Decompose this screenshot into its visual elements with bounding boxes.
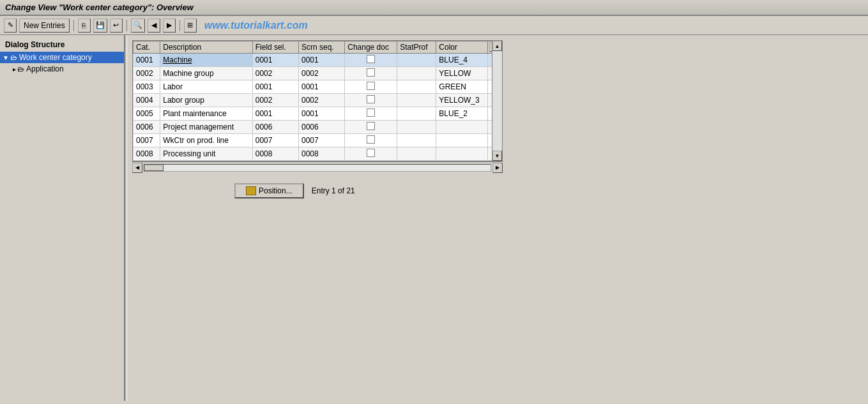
scroll-down-button[interactable]: ▼	[492, 151, 502, 161]
grid-button[interactable]: ⊞	[184, 19, 197, 33]
cell-field-sel: 0007	[252, 134, 298, 147]
save-icon: 💾	[96, 21, 105, 29]
position-button-label: Position...	[259, 186, 293, 195]
main-content: Dialog Structure ▼ 🗁 Work center categor…	[0, 35, 868, 401]
change-doc-checkbox[interactable]	[367, 108, 375, 117]
cell-statprof	[397, 67, 436, 80]
table-row[interactable]: 0008Processing unit00080008	[133, 147, 502, 161]
sidebar-label-wcc: Work center category	[19, 53, 92, 62]
cell-description: Plant maintenance	[160, 107, 253, 121]
cell-color	[436, 147, 487, 161]
cell-change-doc	[345, 94, 397, 107]
cell-change-doc	[345, 67, 397, 80]
cell-cat: 0007	[133, 134, 160, 147]
cell-cat: 0003	[133, 80, 160, 94]
table-row[interactable]: 0004Labor group00020002YELLOW_3	[133, 94, 502, 107]
find-icon: 🔍	[133, 21, 142, 29]
scroll-up-button[interactable]: ▲	[492, 41, 502, 51]
cell-field-sel: 0008	[252, 147, 298, 161]
change-doc-checkbox[interactable]	[367, 82, 375, 90]
change-doc-checkbox[interactable]	[367, 149, 375, 157]
change-doc-checkbox[interactable]	[367, 135, 375, 144]
pencil-icon: ✎	[8, 21, 13, 29]
cell-statprof	[397, 121, 436, 134]
arrow-right-icon: ▸	[13, 66, 16, 73]
undo-button[interactable]: ↩	[110, 19, 123, 33]
cell-field-sel: 0001	[252, 107, 298, 121]
undo-icon: ↩	[113, 21, 119, 29]
table-row[interactable]: 0002Machine group00020002YELLOW	[133, 67, 502, 80]
cell-change-doc	[345, 80, 397, 94]
cell-change-doc	[345, 147, 397, 161]
cell-statprof	[397, 134, 436, 147]
cell-scrn-seq: 0001	[298, 54, 344, 67]
sidebar-item-application[interactable]: ▸ 🗁 Application	[0, 63, 124, 75]
cell-color: GREEN	[436, 80, 487, 94]
folder-icon-1: 🗁	[10, 54, 17, 61]
cell-cat: 0004	[133, 94, 160, 107]
cell-color	[436, 134, 487, 147]
col-header-statprof[interactable]: StatProf	[397, 41, 436, 54]
col-header-color[interactable]: Color	[436, 41, 487, 54]
find-button[interactable]: 🔍	[131, 19, 145, 33]
grid-icon: ⊞	[187, 21, 193, 29]
next-button[interactable]: ▶	[163, 19, 176, 33]
change-doc-checkbox[interactable]	[367, 55, 375, 63]
cell-description: Machine	[160, 54, 253, 67]
cell-change-doc	[345, 107, 397, 121]
cell-statprof	[397, 54, 436, 67]
position-area: Position... Entry 1 of 21	[234, 183, 863, 198]
cell-field-sel: 0006	[252, 121, 298, 134]
change-doc-checkbox[interactable]	[367, 95, 375, 103]
hscroll-left-button[interactable]: ◀	[132, 163, 142, 173]
cell-field-sel: 0002	[252, 94, 298, 107]
edit-icon-btn[interactable]: ✎	[4, 19, 17, 33]
cell-field-sel: 0001	[252, 80, 298, 94]
copy-button[interactable]: ⎘	[78, 19, 91, 33]
cell-scrn-seq: 0006	[298, 121, 344, 134]
cell-description: Labor group	[160, 94, 253, 107]
table-row[interactable]: 0007WkCtr on prod. line00070007	[133, 134, 502, 147]
hscroll-right-button[interactable]: ▶	[492, 163, 503, 173]
table-row[interactable]: 0006Project management00060006	[133, 121, 502, 134]
table-row[interactable]: 0003Labor00010001GREEN	[133, 80, 502, 94]
hscroll-track[interactable]	[144, 164, 491, 172]
watermark-text: www.tutorialkart.com	[204, 20, 308, 31]
table-row[interactable]: 0001Machine00010001BLUE_4	[133, 54, 502, 67]
cell-field-sel: 0002	[252, 67, 298, 80]
cell-color: BLUE_4	[436, 54, 487, 67]
cell-cat: 0001	[133, 54, 160, 67]
col-header-scrn-seq[interactable]: Scrn seq.	[298, 41, 344, 54]
cell-change-doc	[345, 134, 397, 147]
position-button[interactable]: Position...	[234, 183, 304, 198]
col-header-change-doc[interactable]: Change doc	[345, 41, 397, 54]
sidebar: Dialog Structure ▼ 🗁 Work center categor…	[0, 35, 125, 401]
scroll-track	[492, 51, 502, 151]
data-table-container: Cat. Description Field sel. Scrn seq. Ch	[132, 40, 503, 161]
col-header-field-sel[interactable]: Field sel.	[252, 41, 298, 54]
cell-statprof	[397, 107, 436, 121]
cell-scrn-seq: 0002	[298, 67, 344, 80]
cell-scrn-seq: 0007	[298, 134, 344, 147]
copy-icon: ⎘	[82, 22, 86, 29]
cell-description: WkCtr on prod. line	[160, 134, 253, 147]
cell-description: Machine group	[160, 67, 253, 80]
prev-button[interactable]: ◀	[148, 19, 160, 33]
col-header-cat[interactable]: Cat.	[133, 41, 160, 54]
cell-statprof	[397, 80, 436, 94]
change-doc-checkbox[interactable]	[367, 68, 375, 77]
cell-cat: 0008	[133, 147, 160, 161]
folder-icon-2: 🗁	[17, 65, 24, 73]
sidebar-item-work-center-category[interactable]: ▼ 🗁 Work center category	[0, 52, 124, 63]
cell-statprof	[397, 147, 436, 161]
save-button[interactable]: 💾	[93, 19, 107, 33]
cell-statprof	[397, 94, 436, 107]
new-entries-button[interactable]: New Entries	[19, 19, 70, 33]
content-panel: Cat. Description Field sel. Scrn seq. Ch	[127, 35, 868, 401]
col-header-description[interactable]: Description	[160, 41, 253, 54]
table-row[interactable]: 0005Plant maintenance00010001BLUE_2	[133, 107, 502, 121]
title-bar: Change View "Work center category": Over…	[0, 0, 868, 16]
change-doc-checkbox[interactable]	[367, 122, 375, 130]
hscroll-thumb[interactable]	[144, 165, 164, 171]
hscroll-area: ◀ ▶	[132, 161, 503, 173]
